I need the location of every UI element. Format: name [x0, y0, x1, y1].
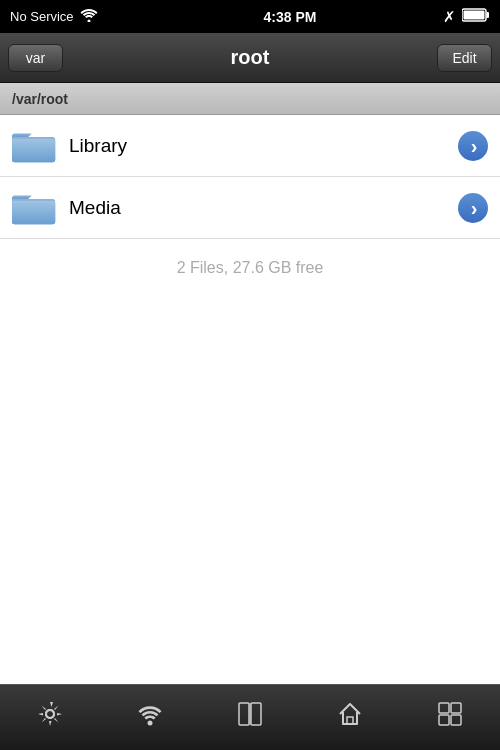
svg-rect-14 [347, 717, 353, 724]
table-row[interactable]: Media [0, 177, 500, 239]
svg-point-9 [46, 710, 54, 718]
folder-icon [12, 127, 57, 165]
svg-rect-3 [464, 11, 485, 20]
tab-home[interactable] [300, 685, 400, 750]
svg-rect-7 [12, 200, 55, 223]
path-bar: /var/root [0, 83, 500, 115]
svg-rect-15 [439, 703, 449, 713]
tab-library[interactable] [200, 685, 300, 750]
home-icon [337, 701, 363, 734]
tab-wifi[interactable] [100, 685, 200, 750]
svg-rect-17 [439, 715, 449, 725]
status-bar: No Service 4:38 PM ✗ [0, 0, 500, 33]
path-text: /var/root [12, 91, 68, 107]
edit-button[interactable]: Edit [437, 44, 492, 72]
battery-icon [462, 8, 490, 25]
no-service-text: No Service [10, 9, 74, 24]
file-list: Library Media [0, 115, 500, 239]
svg-rect-16 [451, 703, 461, 713]
svg-rect-5 [12, 138, 55, 161]
svg-rect-11 [239, 703, 249, 725]
folder-icon [12, 189, 57, 227]
wifi-tab-icon [136, 702, 164, 733]
svg-point-10 [148, 721, 153, 726]
tab-windows[interactable] [400, 685, 500, 750]
book-icon [237, 701, 263, 734]
nav-title: root [63, 46, 437, 69]
status-right: ✗ [410, 8, 490, 26]
settings-icon [36, 700, 64, 735]
svg-rect-18 [451, 715, 461, 725]
nav-bar: var root Edit [0, 33, 500, 83]
file-name: Library [69, 135, 458, 157]
wifi-icon-status [80, 8, 98, 25]
file-name: Media [69, 197, 458, 219]
status-left: No Service [10, 8, 170, 25]
file-count-text: 2 Files, 27.6 GB free [0, 239, 500, 297]
tab-settings[interactable] [0, 685, 100, 750]
svg-rect-12 [251, 703, 261, 725]
svg-point-0 [87, 20, 90, 23]
svg-rect-2 [487, 12, 490, 18]
windows-icon [437, 701, 463, 734]
bluetooth-icon: ✗ [443, 8, 456, 26]
status-time: 4:38 PM [170, 9, 410, 25]
back-button[interactable]: var [8, 44, 63, 72]
tab-bar [0, 684, 500, 750]
table-row[interactable]: Library [0, 115, 500, 177]
chevron-button[interactable] [458, 131, 488, 161]
chevron-button[interactable] [458, 193, 488, 223]
